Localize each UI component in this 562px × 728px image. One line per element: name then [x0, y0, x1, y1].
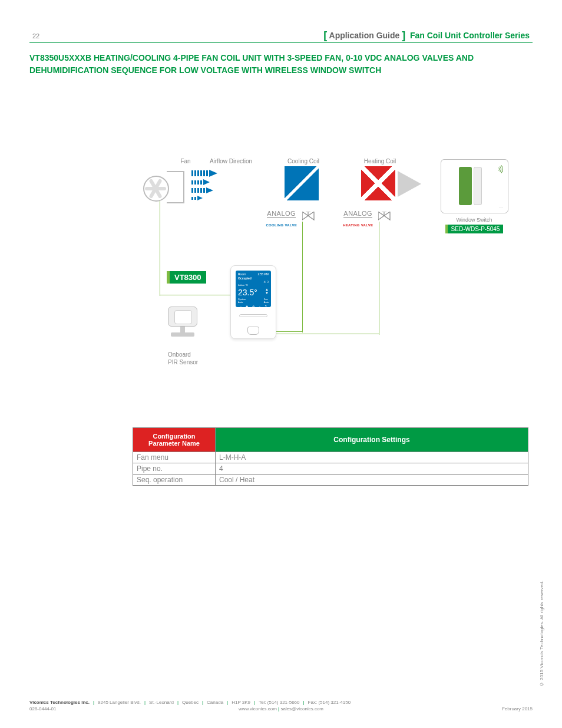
footer-doc-number: 028-0444-01 — [29, 706, 56, 711]
th-settings: Configuration Settings — [216, 428, 528, 452]
onboard-pir-label: OnboardPIR Sensor — [168, 351, 198, 366]
cooling-valve-sublabel: COOLING VALVE — [266, 223, 297, 227]
bracket-close-icon: ] — [402, 29, 405, 41]
heating-coil-label: Heating Coil — [356, 158, 404, 164]
heating-valve: ANALOG HEATING VALVE — [338, 207, 396, 229]
copyright-text: © 2015 Viconcis Technologies. All rights… — [539, 522, 544, 687]
system-diagram: Fan Airflow Direction Cooling Coil Heati… — [133, 147, 533, 401]
footer: Viconics Technologies Inc. | 9245 Langel… — [29, 700, 533, 711]
cooling-coil-icon — [285, 166, 319, 200]
cooling-coil-label: Cooling Coil — [280, 158, 327, 164]
wire — [274, 331, 302, 332]
wireless-icon — [491, 163, 503, 175]
valve-icon — [302, 212, 315, 225]
footer-email: sales@viconics.com — [280, 706, 323, 711]
controller-badge: VT8300 — [167, 271, 206, 284]
wire — [274, 334, 379, 334]
airflow-label: Airflow Direction — [204, 158, 257, 164]
thermostat-icon: Room2:55 PM Occupied ☀ ☽ Indoor °C 23.5°… — [230, 265, 276, 339]
footer-country: Canada — [207, 700, 223, 705]
valve-analog-label: ANALOG — [343, 210, 372, 218]
footer-company: Viconics Technologies Inc. — [29, 700, 90, 705]
footer-postal: H1P 3K9 — [232, 700, 250, 705]
footer-address: 9245 Langelier Blvd. — [98, 700, 141, 705]
svg-marker-0 — [302, 212, 308, 220]
pir-sensor-icon — [168, 307, 197, 339]
valve-icon — [378, 212, 391, 225]
heating-valve-sublabel: HEATING VALVE — [343, 223, 373, 227]
footer-city: St.-Leonard — [149, 700, 174, 705]
thermo-room: Room — [238, 272, 246, 276]
window-switch-label: Window Switch — [436, 217, 513, 223]
wire — [379, 222, 379, 335]
thermo-time: 2:55 PM — [257, 272, 269, 276]
cooling-valve: ANALOG COOLING VALVE — [261, 207, 320, 229]
page-title: VT8350U5XXXB HEATING/COOLING 4-PIPE FAN … — [29, 52, 533, 77]
window-switch-model-badge: SED-WDS-P-5045 — [445, 225, 504, 233]
fan-label: Fan — [174, 158, 197, 164]
table-row: Seq. operationCool / Heat — [133, 475, 528, 486]
header-rule — [29, 42, 533, 43]
footer-web: www.viconics.com — [239, 706, 277, 711]
footer-province: Quebec — [182, 700, 199, 705]
guide-label: Application Guide — [329, 31, 400, 40]
fan-icon — [143, 171, 178, 200]
bracket-open-icon: [ — [323, 29, 327, 41]
window-switch: ◦ ◦ Window Switch SED-WDS-P-5045 — [436, 159, 513, 233]
footer-fax: Fax: (514) 321-4150 — [308, 700, 351, 705]
table-row: Pipe no.4 — [133, 463, 528, 475]
thermo-temp: 23.5° — [238, 288, 257, 297]
valve-analog-label: ANALOG — [267, 210, 296, 218]
wire — [160, 295, 233, 295]
table-row: Fan menuL-M-H-A — [133, 452, 528, 463]
series-label: Fan Coil Unit Controller Series — [410, 31, 530, 40]
th-param-name: Configuration Parameter Name — [133, 428, 216, 452]
footer-date: February 2015 — [502, 706, 533, 711]
airflow-arrows-icon — [191, 170, 217, 203]
output-arrow-icon — [398, 171, 421, 197]
footer-tel: Tel: (514) 321-5660 — [259, 700, 299, 705]
wire — [302, 222, 303, 332]
svg-marker-1 — [308, 212, 314, 220]
svg-marker-5 — [384, 212, 390, 220]
header-bar: [ Application Guide ] Fan Coil Unit Cont… — [323, 29, 530, 42]
wire — [160, 185, 160, 296]
svg-marker-4 — [378, 212, 384, 220]
heating-coil-icon — [361, 166, 395, 200]
configuration-table: Configuration Parameter Name Configurati… — [133, 427, 528, 486]
page-number: 22 — [32, 32, 39, 39]
